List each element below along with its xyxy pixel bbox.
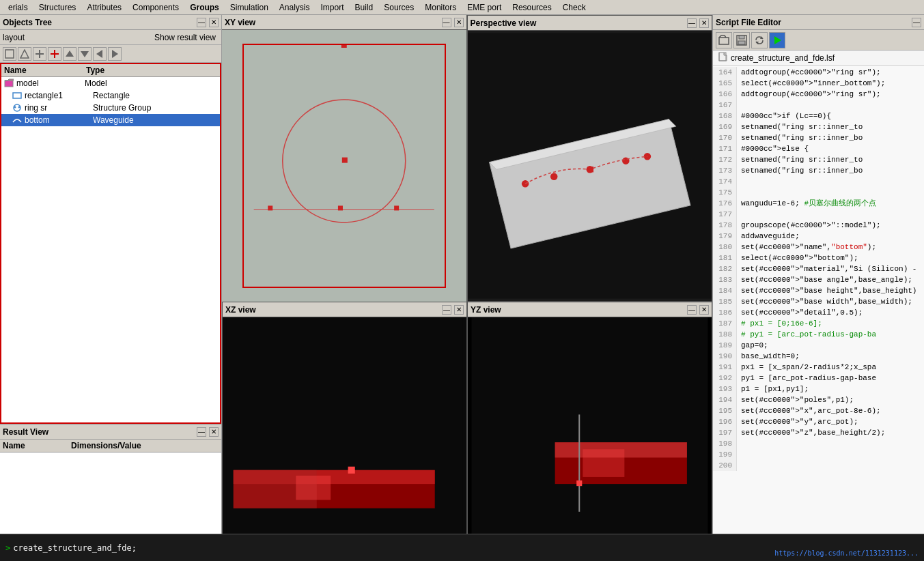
perspective-view-close[interactable]: ✕ <box>699 18 709 28</box>
tree-tool-1[interactable] <box>3 47 16 61</box>
menu-sources[interactable]: Sources <box>378 1 419 14</box>
code-line: 186set(#cc0000">"detail",0.5); <box>713 307 924 318</box>
code-line: 190base_width=0; <box>713 351 924 362</box>
svg-rect-0 <box>5 50 14 58</box>
menu-groups[interactable]: Groups <box>184 1 225 14</box>
result-view-controls: — ✕ <box>197 427 219 437</box>
svg-point-29 <box>622 157 630 164</box>
xz-canvas <box>223 317 466 560</box>
menu-components[interactable]: Components <box>127 1 184 14</box>
layout-label: layout <box>3 33 25 42</box>
script-reload-btn[interactable] <box>751 32 768 48</box>
objects-tree-minimize[interactable]: — <box>197 18 206 27</box>
svg-rect-10 <box>5 81 13 87</box>
script-run-btn[interactable] <box>769 32 785 48</box>
code-line: 179addwaveguide; <box>713 231 924 242</box>
script-editor-header: Script File Editor — <box>713 15 924 30</box>
svg-rect-46 <box>739 35 744 39</box>
menu-monitors[interactable]: Monitors <box>419 1 462 14</box>
code-line: 198 <box>713 438 924 449</box>
code-line: 174 <box>713 176 924 187</box>
tree-tool-left[interactable] <box>93 47 107 61</box>
code-line: 175 <box>713 187 924 198</box>
tree-tool-down[interactable] <box>78 47 92 61</box>
menu-import[interactable]: Import <box>316 1 350 14</box>
svg-rect-22 <box>342 158 348 163</box>
result-view-minimize[interactable]: — <box>197 427 206 437</box>
objects-tree-header: Objects Tree — ✕ <box>0 15 221 30</box>
tree-row-rectangle1[interactable]: rectangle1 Rectangle <box>1 89 220 102</box>
xy-view-title: XY view <box>225 18 255 27</box>
show-result-button[interactable]: Show result view <box>152 32 219 43</box>
code-line: 177 <box>713 209 924 220</box>
xz-view-close[interactable]: ✕ <box>454 305 464 315</box>
yz-view-panel: YZ view — ✕ <box>467 302 712 561</box>
yz-view-header: YZ view — ✕ <box>468 302 712 317</box>
tree-row-bottom[interactable]: bottom Waveguide <box>1 114 220 126</box>
code-line: 191px1 = [x_span/2-radius*2;x_spa <box>713 362 924 373</box>
yz-view-minimize[interactable]: — <box>687 305 697 315</box>
menu-check[interactable]: Check <box>557 1 591 14</box>
menu-erials[interactable]: erials <box>3 1 33 14</box>
code-line: 185set(#cc0000">"base width",base_width)… <box>713 296 924 307</box>
bottom-console: > create_structure_and_fde; https://blog… <box>0 534 924 561</box>
console-url: https://blog.csdn.net/1131231123... <box>774 549 919 557</box>
tree-row-model[interactable]: model Model <box>1 77 220 89</box>
tree-tool-up[interactable] <box>63 47 76 61</box>
script-open-btn[interactable] <box>716 32 732 48</box>
menu-eme-port[interactable]: EME port <box>462 1 507 14</box>
svg-rect-38 <box>472 317 708 560</box>
console-text: create_structure_and_fde; <box>13 543 137 553</box>
menu-resources[interactable]: Resources <box>507 1 557 14</box>
code-line: 170 setnamed("ring sr::inner_bo <box>713 132 924 143</box>
tree-row-ring-sr[interactable]: ring sr Structure Group <box>1 102 220 114</box>
menu-structures[interactable]: Structures <box>33 1 82 14</box>
menu-simulation[interactable]: Simulation <box>225 1 274 14</box>
yz-view-controls: — ✕ <box>687 305 709 315</box>
script-content[interactable]: 164addtogroup(#cc0000">"ring sr");165sel… <box>713 66 924 561</box>
code-line: 166addtogroup(#cc0000">"ring sr"); <box>713 89 924 100</box>
svg-point-30 <box>643 153 651 160</box>
svg-rect-35 <box>348 467 355 474</box>
code-line: 172 setnamed("ring sr::inner_to <box>713 154 924 165</box>
result-view-thead: Name Dimensions/Value <box>0 440 221 452</box>
layout-bar: layout Show result view <box>0 30 221 45</box>
xy-view-content[interactable] <box>222 30 466 302</box>
script-save-btn[interactable] <box>733 32 750 48</box>
svg-rect-37 <box>296 476 331 500</box>
xy-view-minimize[interactable]: — <box>442 18 451 27</box>
menu-attributes[interactable]: Attributes <box>81 1 127 14</box>
tree-tool-right[interactable] <box>108 47 122 61</box>
result-view-close[interactable]: ✕ <box>209 427 219 437</box>
objects-tree-close[interactable]: ✕ <box>209 18 219 27</box>
xz-view-minimize[interactable]: — <box>442 305 451 315</box>
script-editor-minimize[interactable]: — <box>912 18 921 27</box>
menu-analysis[interactable]: Analysis <box>274 1 316 14</box>
xz-view-content[interactable] <box>223 317 466 560</box>
yz-view-content[interactable] <box>468 317 712 560</box>
perspective-view-panel: Perspective view — ✕ <box>467 15 713 302</box>
svg-marker-6 <box>66 51 74 57</box>
xz-view-header: XZ view — ✕ <box>223 302 466 317</box>
perspective-view-minimize[interactable]: — <box>687 18 697 28</box>
yz-view-close[interactable]: ✕ <box>699 305 709 315</box>
code-line: 181select(#cc0000">"bottom"); <box>713 253 924 263</box>
perspective-canvas <box>468 31 712 301</box>
xy-view-close[interactable]: ✕ <box>454 18 464 27</box>
tree-tool-4[interactable] <box>48 47 61 61</box>
left-panel: Objects Tree — ✕ layout Show result view <box>0 15 222 561</box>
script-editor-title: Script File Editor <box>716 18 781 27</box>
script-filename: create_structure_and_fde.lsf <box>731 53 835 63</box>
svg-rect-32 <box>227 317 463 560</box>
tree-tool-3[interactable] <box>33 47 46 61</box>
code-line: 193p1 = [px1,py1]; <box>713 384 924 394</box>
svg-rect-31 <box>587 167 593 172</box>
code-line: 169 setnamed("ring sr::inner_to <box>713 121 924 132</box>
perspective-view-content[interactable] <box>468 31 712 301</box>
menu-build[interactable]: Build <box>350 1 379 14</box>
objects-tree-panel: Objects Tree — ✕ layout Show result view <box>0 15 221 425</box>
svg-point-15 <box>18 106 20 109</box>
objects-tree-controls: — ✕ <box>197 18 219 27</box>
tree-tool-2[interactable] <box>18 47 31 61</box>
code-line: 165select(#cc0000">"inner_bottom"); <box>713 78 924 89</box>
